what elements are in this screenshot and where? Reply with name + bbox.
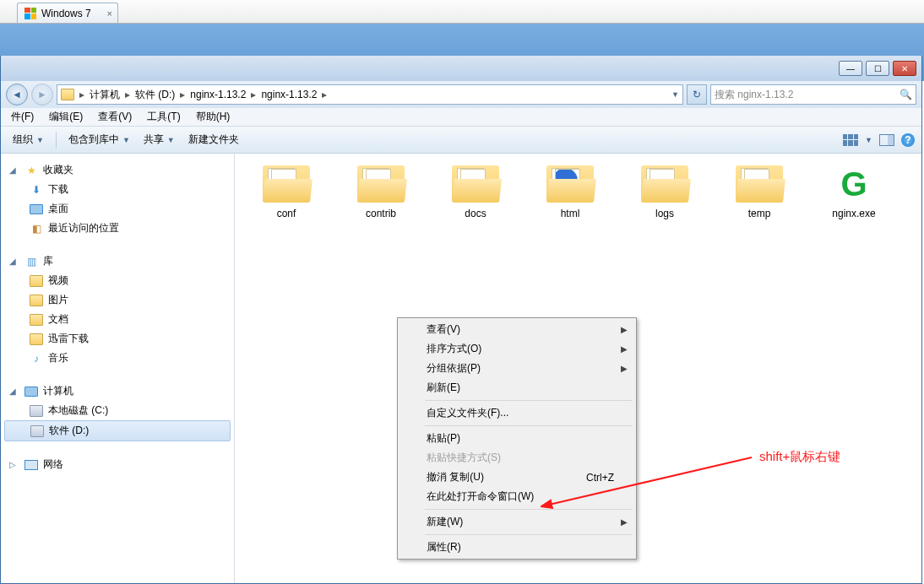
chevron-right-icon: ▸ bbox=[249, 89, 258, 100]
ctx-view[interactable]: 查看(V)▶ bbox=[399, 320, 634, 339]
folder-item[interactable]: temp bbox=[723, 165, 796, 219]
sidebar-recent[interactable]: ◧最近访问的位置 bbox=[1, 219, 234, 238]
sidebar-computer[interactable]: ◢计算机 bbox=[1, 381, 234, 401]
folder-icon bbox=[641, 165, 688, 203]
submenu-arrow-icon: ▶ bbox=[621, 364, 628, 373]
separator bbox=[425, 425, 633, 426]
menu-help[interactable]: 帮助(H) bbox=[189, 108, 237, 126]
separator bbox=[425, 534, 633, 535]
svg-line-0 bbox=[549, 457, 752, 505]
preview-pane-icon[interactable] bbox=[879, 134, 894, 146]
sidebar-thunder[interactable]: 迅雷下载 bbox=[1, 329, 234, 349]
folder-item[interactable]: conf bbox=[250, 165, 323, 219]
share-button[interactable]: 共享 ▼ bbox=[139, 129, 180, 150]
folder-icon bbox=[452, 165, 499, 203]
separator bbox=[425, 400, 633, 401]
chevron-down-icon: ▼ bbox=[36, 136, 44, 144]
sidebar: ◢★收藏夹 ⬇下载 桌面 ◧最近访问的位置 ◢▥库 视频 图片 文档 迅雷下载 … bbox=[1, 154, 235, 583]
sidebar-documents[interactable]: 文档 bbox=[1, 310, 234, 329]
view-icon[interactable] bbox=[843, 134, 858, 146]
chevron-right-icon: ▸ bbox=[320, 89, 329, 100]
search-icon: 🔍 bbox=[900, 89, 912, 100]
back-button[interactable]: ◄ bbox=[6, 84, 28, 105]
sidebar-network[interactable]: ▷网络 bbox=[1, 455, 234, 474]
file-item-exe[interactable]: Gnginx.exe bbox=[818, 165, 890, 219]
menu-tools[interactable]: 工具(T) bbox=[140, 108, 187, 126]
search-placeholder: 搜索 nginx-1.13.2 bbox=[715, 88, 793, 102]
library-icon: ▥ bbox=[24, 255, 38, 268]
new-folder-button[interactable]: 新建文件夹 bbox=[183, 129, 244, 150]
vm-tab-label: Windows 7 bbox=[41, 8, 91, 19]
breadcrumb-bar[interactable]: ▸ 计算机 ▸ 软件 (D:) ▸ nginx-1.13.2 ▸ nginx-1… bbox=[57, 84, 683, 105]
folder-item[interactable]: docs bbox=[439, 165, 512, 219]
sidebar-desktop[interactable]: 桌面 bbox=[1, 199, 234, 219]
folder-icon bbox=[263, 165, 310, 203]
refresh-button[interactable]: ↻ bbox=[687, 84, 707, 105]
submenu-arrow-icon: ▶ bbox=[621, 344, 628, 354]
disk-icon bbox=[30, 404, 43, 418]
collapse-icon: ◢ bbox=[9, 165, 19, 175]
breadcrumb-segment[interactable]: 软件 (D:) bbox=[132, 88, 178, 102]
organize-button[interactable]: 组织 ▼ bbox=[8, 129, 49, 150]
search-input[interactable]: 搜索 nginx-1.13.2 🔍 bbox=[710, 84, 916, 105]
folder-icon bbox=[736, 165, 783, 203]
computer-icon bbox=[24, 385, 38, 398]
music-icon: ♪ bbox=[30, 352, 43, 365]
sidebar-downloads[interactable]: ⬇下载 bbox=[1, 180, 234, 199]
menu-edit[interactable]: 编辑(E) bbox=[42, 108, 90, 126]
ctx-sort[interactable]: 排序方式(O)▶ bbox=[399, 339, 634, 359]
desktop-icon bbox=[30, 203, 43, 216]
ctx-customize[interactable]: 自定义文件夹(F)... bbox=[399, 403, 634, 423]
maximize-button[interactable]: ☐ bbox=[866, 61, 889, 76]
annotation-text: shift+鼠标右键 bbox=[759, 449, 840, 465]
folder-item[interactable]: contrib bbox=[345, 165, 417, 219]
menu-file[interactable]: 件(F) bbox=[4, 108, 41, 126]
folder-item[interactable]: logs bbox=[628, 165, 701, 219]
sidebar-pictures[interactable]: 图片 bbox=[1, 290, 234, 310]
chevron-down-icon[interactable]: ▼ bbox=[671, 90, 679, 99]
network-icon bbox=[24, 458, 38, 472]
menu-view[interactable]: 查看(V) bbox=[91, 108, 139, 126]
nginx-icon: G bbox=[834, 165, 874, 203]
minimize-button[interactable]: — bbox=[839, 61, 862, 76]
context-menu: 查看(V)▶ 排序方式(O)▶ 分组依据(P)▶ 刷新(E) 自定义文件夹(F)… bbox=[397, 317, 637, 560]
sidebar-disk-d[interactable]: 软件 (D:) bbox=[4, 420, 231, 441]
forward-button[interactable]: ► bbox=[31, 84, 53, 105]
folder-icon bbox=[546, 165, 594, 203]
chevron-right-icon: ▸ bbox=[78, 89, 86, 100]
window-titlebar: — ☐ ✕ bbox=[1, 56, 921, 81]
chevron-down-icon: ▼ bbox=[122, 136, 130, 144]
sidebar-disk-c[interactable]: 本地磁盘 (C:) bbox=[1, 401, 234, 420]
close-icon[interactable]: × bbox=[107, 8, 112, 19]
file-grid: conf contrib docs html logs temp Gnginx.… bbox=[250, 165, 906, 219]
chevron-down-icon[interactable]: ▼ bbox=[865, 136, 872, 144]
folder-icon bbox=[30, 313, 43, 327]
breadcrumb-segment[interactable]: nginx-1.13.2 bbox=[258, 89, 320, 100]
sidebar-video[interactable]: 视频 bbox=[1, 271, 234, 290]
ctx-group[interactable]: 分组依据(P)▶ bbox=[399, 359, 634, 378]
close-button[interactable]: ✕ bbox=[893, 61, 916, 76]
folder-icon bbox=[30, 294, 43, 307]
chevron-right-icon: ▸ bbox=[178, 89, 187, 100]
ctx-paste[interactable]: 粘贴(P) bbox=[399, 429, 634, 448]
folder-item[interactable]: html bbox=[534, 165, 606, 219]
include-in-library-button[interactable]: 包含到库中 ▼ bbox=[63, 129, 135, 150]
vm-tab-windows7[interactable]: Windows 7 × bbox=[17, 3, 118, 23]
sidebar-music[interactable]: ♪音乐 bbox=[1, 349, 234, 368]
chevron-down-icon: ▼ bbox=[167, 136, 175, 144]
breadcrumb-segment[interactable]: nginx-1.13.2 bbox=[187, 89, 249, 100]
submenu-arrow-icon: ▶ bbox=[621, 325, 628, 334]
download-icon: ⬇ bbox=[30, 183, 43, 197]
separator bbox=[56, 132, 57, 149]
help-icon[interactable]: ? bbox=[901, 133, 915, 147]
sidebar-favorites[interactable]: ◢★收藏夹 bbox=[1, 160, 234, 180]
ctx-refresh[interactable]: 刷新(E) bbox=[399, 378, 634, 397]
folder-icon bbox=[61, 89, 74, 100]
ctx-properties[interactable]: 属性(R) bbox=[399, 538, 634, 557]
collapse-icon: ◢ bbox=[9, 257, 19, 266]
collapse-icon: ◢ bbox=[9, 387, 19, 396]
breadcrumb-segment[interactable]: 计算机 bbox=[86, 88, 123, 102]
ctx-new[interactable]: 新建(W)▶ bbox=[399, 512, 634, 532]
toolbar: 组织 ▼ 包含到库中 ▼ 共享 ▼ 新建文件夹 ▼ ? bbox=[1, 127, 921, 154]
sidebar-library[interactable]: ◢▥库 bbox=[1, 251, 234, 271]
